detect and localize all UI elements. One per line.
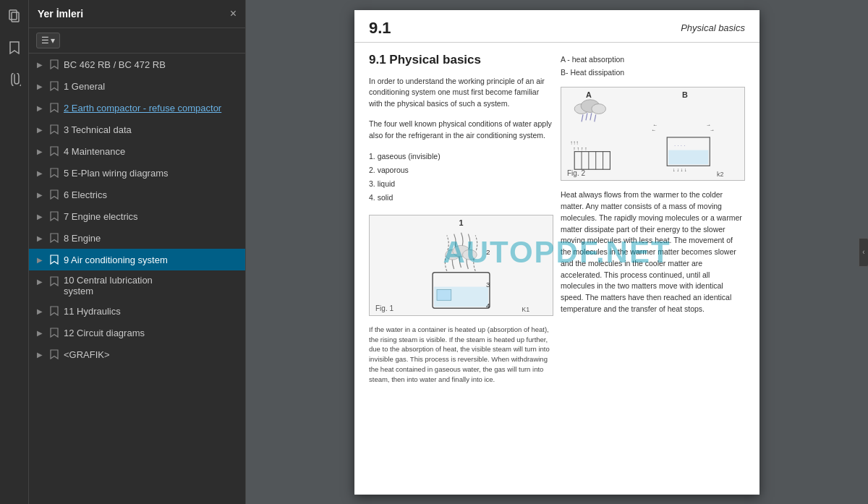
tree-item-engine-electrics[interactable]: ▶ 7 Engine electrics [29, 205, 245, 227]
figure-1-box: 1 [369, 215, 553, 316]
svg-rect-0 [9, 10, 17, 20]
bookmark-icon [49, 168, 59, 178]
tree-item-technical[interactable]: ▶ 3 Technical data [29, 119, 245, 140]
sidebar-header: Yer İmleri × [29, 0, 245, 28]
tree-item-bc462[interactable]: ▶ BC 462 RB / BC 472 RB [29, 54, 245, 75]
tree-item-air[interactable]: ▶ 9 Air conditioning system [29, 249, 245, 270]
page-section-number: 9.1 [369, 19, 391, 38]
bookmark-icon [49, 189, 59, 200]
svg-text:↓ ↓ ↓ ↓: ↓ ↓ ↓ ↓ [673, 167, 686, 172]
list-item-4: 4. solid [369, 191, 553, 205]
page-body: 9.1 Physical basics In order to understa… [354, 43, 760, 491]
legend-b: B- Heat dissipation [561, 66, 745, 80]
bookmarks-icon[interactable] [4, 38, 25, 58]
sidebar-content: ▶ BC 462 RB / BC 472 RB ▶ 1 General ▶ 2 … [29, 54, 245, 504]
sidebar-title: Yer İmleri [38, 8, 83, 20]
svg-text:3: 3 [486, 280, 490, 288]
bookmark-icon [49, 306, 59, 316]
tree-item-label: 6 Electrics [64, 189, 107, 200]
fig1-caption: If the water in a container is heated up… [369, 325, 553, 385]
bookmark-icon [49, 233, 59, 243]
tree-item-grafik[interactable]: ▶ <GRAFIK> [29, 343, 245, 365]
tree-item-label: 11 Hydraulics [64, 306, 121, 317]
tree-item-electrics[interactable]: ▶ 6 Electrics [29, 184, 245, 205]
tree-item-label: 3 Technical data [64, 124, 132, 135]
bookmark-icon [49, 81, 59, 91]
tree-item-label-line2: system [64, 286, 153, 296]
svg-text:B: B [682, 90, 688, 99]
tree-item-general[interactable]: ▶ 1 General [29, 75, 245, 97]
svg-text:· · · ·: · · · · [674, 142, 685, 149]
legend-a: A - heat absorption [561, 53, 745, 67]
chevron-right-icon: ▶ [35, 306, 45, 316]
chevron-right-icon: ▶ [35, 189, 45, 200]
bookmark-icon [49, 124, 59, 134]
bookmark-icon [49, 255, 59, 265]
chevron-right-icon: ▶ [35, 328, 45, 338]
main-content: AUTOPDF.NET 9.1 Physical basics 9.1 Phys… [246, 0, 868, 504]
bookmark-icon [49, 211, 59, 221]
chevron-right-icon: ▶ [35, 81, 45, 91]
svg-rect-22 [574, 152, 610, 170]
svg-line-18 [586, 114, 587, 121]
tree-item-hydraulics[interactable]: ▶ 11 Hydraulics [29, 300, 245, 322]
chevron-right-icon: ▶ [35, 276, 45, 286]
list-item-1: 1. gaseous (invisible) [369, 150, 553, 163]
svg-point-7 [462, 249, 477, 260]
svg-text:↑ ↑ ↑ ↑: ↑ ↑ ↑ ↑ [573, 146, 587, 151]
chevron-right-icon: ▶ [35, 211, 45, 221]
svg-line-17 [582, 115, 583, 122]
left-column: 9.1 Physical basics In order to understa… [369, 53, 553, 481]
chevron-right-icon: ▶ [35, 124, 45, 134]
intro-text-2: The four well known physical conditions … [369, 119, 553, 142]
pages-icon[interactable] [4, 6, 25, 26]
intro-text-1: In order to understand the working princ… [369, 76, 553, 110]
page-header-title: Physical basics [681, 22, 745, 33]
tree-item-label: 7 Engine electrics [64, 211, 138, 222]
fig1-label: Fig. 1 [375, 304, 393, 312]
page-panel: 9.1 Physical basics 9.1 Physical basics … [354, 10, 760, 495]
tree-item-label-line1: 10 Central lubrication [64, 275, 153, 286]
tree-item-label: 9 Air conditioning system [64, 255, 168, 265]
chevron-right-icon: ▶ [35, 59, 45, 69]
svg-line-20 [595, 115, 596, 122]
bookmark-icon [49, 349, 59, 359]
bookmark-icon [49, 59, 59, 69]
tree-item-earth[interactable]: ▶ 2 Earth compactor - refuse compactor [29, 97, 245, 119]
svg-line-19 [590, 114, 592, 121]
svg-text:←: ← [652, 127, 657, 132]
svg-rect-30 [668, 150, 708, 165]
svg-text:↑↑↑: ↑↑↑ [570, 140, 579, 146]
close-icon[interactable]: × [230, 7, 237, 20]
heat-paragraph: Heat always flows from the warmer to the… [561, 189, 745, 315]
bookmark-icon [49, 146, 59, 156]
svg-point-16 [592, 104, 606, 114]
bookmark-icon [49, 276, 59, 286]
svg-text:→: → [710, 127, 715, 132]
svg-rect-1 [12, 12, 19, 22]
attachments-icon[interactable] [4, 69, 25, 90]
tree-item-label: 12 Circuit diagrams [64, 328, 145, 338]
page-header: 9.1 Physical basics [354, 10, 760, 43]
sidebar-toolbar: ☰ ▾ [29, 28, 245, 54]
tree-item-circuit[interactable]: ▶ 12 Circuit diagrams [29, 322, 245, 343]
tree-item-maintenance[interactable]: ▶ 4 Maintenance [29, 140, 245, 162]
svg-rect-11 [437, 289, 451, 300]
chevron-right-icon: ▶ [35, 103, 45, 113]
svg-text:4: 4 [486, 302, 490, 309]
chevron-right-icon: ▶ [35, 146, 45, 156]
tree-item-engine[interactable]: ▶ 8 Engine [29, 227, 245, 249]
tree-item-label: BC 462 RB / BC 472 RB [64, 59, 166, 70]
list-item-3: 3. liquid [369, 177, 553, 191]
heat-legend: A - heat absorption B- Heat dissipation [561, 53, 745, 80]
tree-item-lubrication[interactable]: ▶ 10 Central lubrication system [29, 270, 245, 300]
sidebar: Yer İmleri × ☰ ▾ ▶ BC 462 RB / BC 472 RB… [29, 0, 246, 504]
bookmark-icon [49, 103, 59, 113]
right-column: A - heat absorption B- Heat dissipation … [561, 53, 745, 481]
sidebar-toolbar-button[interactable]: ☰ ▾ [36, 33, 60, 48]
chevron-right-icon: ▶ [35, 349, 45, 359]
tree-item-eplan[interactable]: ▶ 5 E-Plan wiring diagrams [29, 162, 245, 184]
figure-2-box: A ↑↑↑ [561, 87, 745, 181]
svg-text:2: 2 [486, 248, 490, 256]
content-section-title: 9.1 Physical basics [369, 53, 553, 67]
